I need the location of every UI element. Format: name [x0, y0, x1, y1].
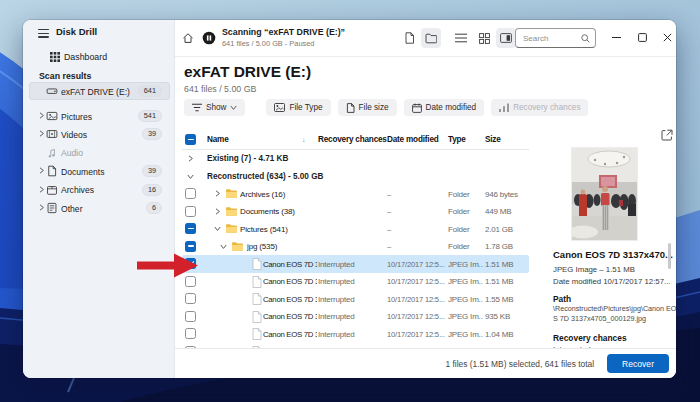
preview-path-value: \Reconstructed\Pictures\jpg\Canon EOS 7D…: [553, 304, 676, 323]
filter-button-file-size[interactable]: File size: [338, 99, 397, 116]
recovery-cell: Interrupted: [318, 260, 384, 269]
folder-view-button[interactable]: [421, 28, 441, 48]
table-row[interactable]: Canon EOS 7D 31...Interrupted10/17/2017 …: [182, 255, 529, 273]
document-icon: [404, 32, 415, 44]
maximize-button[interactable]: [631, 26, 653, 48]
file-name: jpg (535): [247, 242, 317, 251]
table-row[interactable]: Canon EOS 7D 38...Interrupted10/17/2017 …: [182, 308, 529, 326]
sidebar-item-label: Pictures: [61, 112, 92, 122]
table-body: Existing (7) - 4.71 KBReconstructed (634…: [182, 150, 529, 348]
sidebar-item-dashboard[interactable]: Dashboard: [43, 48, 167, 66]
table-header[interactable]: Name ↓ Recovery chances Date modified Ty…: [182, 131, 529, 150]
row-checkbox[interactable]: [185, 206, 196, 217]
column-name[interactable]: Name: [207, 135, 229, 144]
table-row[interactable]: Archives (16)–Folder946 bytes: [182, 185, 529, 203]
search-box: [515, 28, 596, 48]
group-label: Existing (7) - 4.71 KB: [207, 154, 288, 163]
filter-button-date-modified[interactable]: Date modified: [404, 99, 485, 116]
preview-panel-button[interactable]: [496, 28, 516, 48]
file-name: Canon EOS 7D 39...: [263, 330, 317, 339]
chevron-right-icon: [38, 186, 45, 194]
chevron-right-icon[interactable]: [187, 155, 195, 163]
preview-panel-icon: [500, 33, 512, 43]
close-button[interactable]: [656, 26, 676, 48]
filetype-cell: JPEG Im...: [448, 330, 483, 339]
table-row[interactable]: Pictures (541)–Folder2.01 GB: [182, 220, 529, 238]
scan-progress-button[interactable]: [199, 28, 219, 48]
size-cell: 1.78 GB: [485, 242, 527, 251]
date-cell: 10/17/2017 12:5...: [387, 330, 445, 339]
sidebar-item-exfat-drive[interactable]: exFAT DRIVE (E:)641: [29, 82, 170, 100]
minimize-icon: [612, 33, 621, 42]
scan-subtitle: 641 files / 5.00 GB - Paused: [222, 39, 314, 48]
row-checkbox[interactable]: [185, 241, 196, 252]
hamburger-menu-button[interactable]: [38, 29, 49, 38]
table-row[interactable]: jpg (535)–Folder1.78 GB: [182, 238, 529, 256]
recover-button[interactable]: Recover: [607, 354, 669, 373]
row-checkbox[interactable]: [185, 328, 196, 339]
preview-date-modified: Date modified 10/17/2017 12:57...: [553, 277, 676, 286]
file-name: Canon EOS 7D 32...: [263, 277, 317, 286]
sidebar-item-archives[interactable]: Archives16: [29, 181, 170, 199]
item-count-badge: 16: [142, 184, 162, 196]
group-row[interactable]: Existing (7) - 4.71 KB: [182, 150, 529, 168]
table-row[interactable]: Canon EOS 7D 39...Interrupted10/17/2017 …: [182, 325, 529, 343]
scan-title: Scanning “exFAT DRIVE (E:)”: [222, 27, 345, 37]
chevron-right-icon[interactable]: [214, 190, 222, 198]
chevron-down-icon[interactable]: [214, 225, 222, 233]
select-all-checkbox[interactable]: [185, 134, 196, 145]
recovery-cell: Interrupted: [318, 312, 384, 321]
date-cell: 10/17/2017 12:5...: [387, 260, 445, 269]
sidebar-item-videos[interactable]: Videos39: [29, 125, 170, 143]
row-checkbox[interactable]: [185, 223, 196, 234]
scan-results-label: Scan results: [39, 71, 91, 81]
sort-descending-icon: ↓: [302, 136, 306, 143]
home-button[interactable]: [178, 28, 198, 48]
folder-icon: [225, 188, 238, 200]
recovery-cell: Interrupted: [318, 330, 384, 339]
filter-button-show[interactable]: Show: [184, 99, 245, 116]
table-row[interactable]: Canon EOS 7D 33...Interrupted10/17/2017 …: [182, 290, 529, 308]
drive-icon: [46, 85, 58, 97]
filter-icon: [192, 103, 202, 112]
date-cell: –: [387, 242, 445, 251]
list-view-button[interactable]: [451, 28, 471, 48]
filetype-cell: JPEG Im...: [448, 312, 483, 321]
open-preview-button[interactable]: [661, 129, 675, 143]
row-checkbox[interactable]: [185, 293, 196, 304]
row-checkbox[interactable]: [185, 311, 196, 322]
chevron-down-icon[interactable]: [187, 173, 195, 181]
other-icon: [46, 202, 58, 214]
external-link-icon: [661, 129, 673, 141]
group-row[interactable]: Reconstructed (634) - 5.00 GB: [182, 168, 529, 186]
size-cell: 1.51 MB: [485, 260, 527, 269]
document-icon-button[interactable]: [399, 28, 419, 48]
sidebar-item-label: Audio: [61, 148, 83, 158]
minimize-button[interactable]: [605, 26, 627, 48]
filter-button-file-type[interactable]: File Type: [266, 99, 330, 116]
sidebar-item-audio[interactable]: Audio: [29, 144, 170, 162]
size-cell: 1.04 MB: [485, 330, 527, 339]
row-checkbox[interactable]: [185, 188, 196, 199]
drive-title: exFAT DRIVE (E:): [184, 63, 311, 81]
preview-recovery-label: Recovery chances: [553, 333, 627, 343]
chevron-down-icon[interactable]: [220, 243, 228, 251]
image-icon: [274, 103, 285, 112]
preview-meta: JPEG Image – 1.51 MB: [553, 265, 635, 274]
grid-view-button[interactable]: [474, 28, 494, 48]
sidebar-item-documents[interactable]: Documents39: [29, 162, 170, 180]
column-size[interactable]: Size: [485, 135, 501, 144]
audio-icon: [46, 147, 58, 159]
table-row[interactable]: Canon EOS 7D 32...Interrupted10/17/2017 …: [182, 273, 529, 291]
archives-icon: [46, 184, 58, 196]
column-recovery-chances[interactable]: Recovery chances: [318, 135, 387, 144]
preview-scrollbar[interactable]: [668, 243, 671, 269]
column-type[interactable]: Type: [448, 135, 466, 144]
column-date-modified[interactable]: Date modified: [387, 135, 439, 144]
chevron-right-icon[interactable]: [214, 208, 222, 216]
date-cell: –: [387, 225, 445, 234]
preview-path-label: Path: [553, 294, 571, 304]
sidebar-item-other[interactable]: Other6: [29, 199, 170, 217]
table-row[interactable]: Documents (38)–Folder449 MB: [182, 203, 529, 221]
sidebar-item-pictures[interactable]: Pictures541: [29, 107, 170, 125]
